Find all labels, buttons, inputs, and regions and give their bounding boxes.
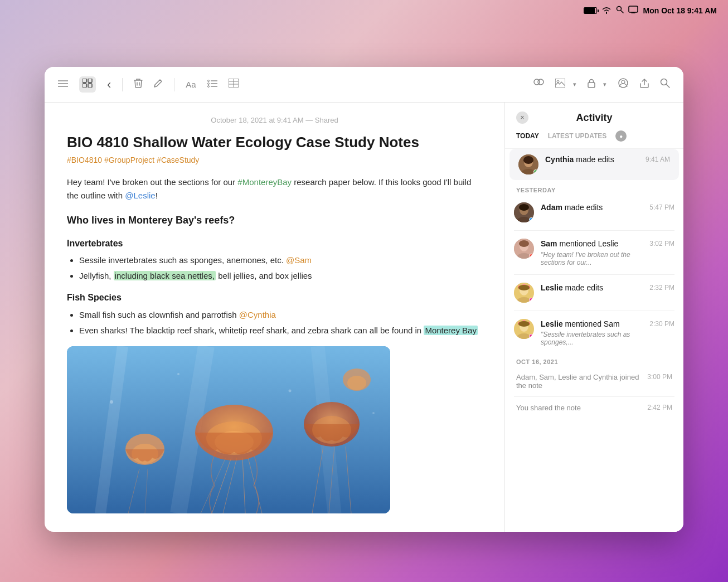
svg-line-1 — [621, 11, 623, 13]
jellyfish-image — [67, 346, 390, 513]
content-area: October 18, 2021 at 9:41 AM — Shared BIO… — [45, 103, 683, 532]
activity-panel: × Activity TODAY LATEST UPDATES ● — [505, 103, 683, 532]
status-dot-adam — [529, 217, 533, 222]
toolbar: ‹ Aa — [45, 67, 683, 103]
edit-button[interactable] — [154, 79, 163, 90]
oct16-time-2: 2:42 PM — [647, 404, 672, 411]
activity-content-leslie1: Leslie made edits — [541, 283, 643, 294]
activity-preview-sam: "Hey team! I've broken out the sections … — [541, 251, 643, 266]
avatar-leslie2 — [514, 319, 534, 339]
separator-3 — [514, 311, 674, 311]
status-dot-leslie2 — [529, 334, 533, 338]
avatar-adam — [514, 202, 534, 222]
app-window: ‹ Aa — [45, 67, 683, 532]
separator-4 — [514, 396, 674, 397]
svg-point-60 — [372, 412, 375, 414]
bullet-item-2: Jellyfish, including black sea nettles, … — [79, 269, 482, 283]
svg-rect-28 — [588, 83, 595, 88]
share-icon[interactable] — [640, 78, 649, 91]
activity-time-leslie2: 2:30 PM — [649, 320, 674, 328]
note-body[interactable]: Hey team! I've broken out the sections f… — [67, 176, 482, 513]
status-dot-cynthia — [533, 169, 538, 174]
list-view-icon[interactable] — [58, 79, 68, 90]
font-button[interactable]: Aa — [186, 80, 196, 89]
lock-icon[interactable] — [588, 78, 595, 91]
mention-monterey: #MontereyBay — [237, 177, 292, 187]
highlight-monterey-bay: Monterey Bay — [424, 326, 478, 335]
svg-point-68 — [519, 204, 529, 211]
section-heading-1: Who lives in Monterey Bay's reefs? — [67, 212, 482, 229]
delete-button[interactable] — [134, 78, 143, 91]
battery-icon — [584, 7, 597, 14]
activity-time-leslie1: 2:32 PM — [649, 284, 674, 292]
avatar-cynthia — [518, 154, 538, 174]
note-title: BIO 4810 Shallow Water Ecology Case Stud… — [67, 133, 482, 152]
mention-cynthia: @Cynthia — [239, 310, 276, 319]
activity-list: Cynthia made edits 9:41 AM YESTERDAY — [505, 149, 683, 532]
note-meta: October 18, 2021 at 9:41 AM — Shared — [67, 116, 482, 124]
oct16-item-1: 3:00 PM Adam, Sam, Leslie and Cynthia jo… — [505, 368, 683, 394]
avatar-sam — [514, 239, 534, 259]
back-button[interactable]: ‹ — [107, 77, 111, 92]
grid-view-icon[interactable] — [79, 76, 96, 93]
section-label-oct16: OCT 16, 2021 — [505, 352, 683, 368]
status-bar: Mon Oct 18 9:41 AM — [0, 0, 728, 21]
svg-rect-10 — [82, 84, 86, 88]
activity-close-button[interactable]: × — [516, 111, 528, 124]
activity-time-cynthia: 9:41 AM — [646, 156, 670, 163]
activity-title: Activity — [528, 112, 660, 124]
activity-item-sam[interactable]: Sam mentioned Leslie "Hey team! I've bro… — [505, 233, 683, 272]
svg-rect-11 — [88, 84, 92, 88]
svg-point-72 — [519, 240, 529, 247]
filter-latest[interactable]: LATEST UPDATES — [548, 132, 607, 140]
subsection-heading-2: Fish Species — [67, 290, 482, 305]
svg-line-32 — [667, 85, 670, 88]
checklist-button[interactable] — [207, 79, 217, 90]
svg-rect-8 — [82, 79, 86, 83]
oct16-item-2: 2:42 PM You shared the note — [505, 399, 683, 416]
svg-point-59 — [289, 389, 292, 392]
bullet-item-3: Small fish such as clownfish and parrotf… — [79, 308, 482, 322]
status-dot-sam — [529, 254, 533, 258]
highlight-black-sea-nettles: including black sea nettles, — [114, 271, 216, 280]
search-button[interactable] — [660, 78, 670, 91]
svg-rect-2 — [629, 6, 638, 12]
note-editor[interactable]: October 18, 2021 at 9:41 AM — Shared BIO… — [45, 103, 505, 532]
screen-icon — [628, 6, 638, 16]
svg-point-57 — [110, 400, 113, 404]
svg-point-29 — [619, 79, 628, 88]
activity-content-leslie2: Leslie mentioned Sam "Sessile invertebra… — [541, 319, 643, 347]
activity-filters: TODAY LATEST UPDATES ● — [505, 124, 683, 149]
activity-preview-leslie2: "Sessile invertebrates such as sponges,.… — [541, 331, 643, 346]
svg-point-16 — [207, 83, 209, 85]
collaborate-icon[interactable] — [533, 78, 544, 91]
oct16-time-1: 3:00 PM — [647, 373, 672, 381]
activity-item-leslie1[interactable]: Leslie made edits 2:32 PM — [505, 277, 683, 308]
svg-point-14 — [207, 80, 209, 82]
activity-text-adam: Adam made edits — [541, 202, 643, 214]
activity-content-cynthia: Cynthia made edits — [545, 154, 639, 166]
activity-item-adam[interactable]: Adam made edits 5:47 PM — [505, 197, 683, 228]
table-button[interactable] — [229, 79, 239, 90]
activity-time-sam: 3:02 PM — [649, 240, 674, 248]
image-icon[interactable] — [555, 79, 565, 90]
bullet-item-4: Even sharks! The blacktip reef shark, wh… — [79, 324, 482, 337]
svg-point-31 — [661, 79, 667, 85]
svg-point-79 — [518, 285, 530, 290]
note-intro: Hey team! I've broken out the sections f… — [67, 176, 482, 202]
activity-item-cynthia[interactable]: Cynthia made edits 9:41 AM — [509, 149, 679, 180]
activity-header: × Activity — [505, 103, 683, 124]
wifi-icon — [601, 6, 611, 16]
toolbar-divider-1 — [122, 78, 123, 91]
filter-today[interactable]: TODAY — [516, 132, 539, 140]
search-icon-status[interactable] — [616, 6, 624, 16]
svg-point-58 — [177, 373, 179, 375]
filter-dot[interactable]: ● — [615, 130, 627, 142]
share-collab-icon[interactable] — [618, 77, 629, 91]
separator-1 — [514, 230, 674, 231]
oct16-text-1: Adam, Sam, Leslie and Cynthia joined the… — [516, 373, 639, 390]
toolbar-divider-2 — [174, 78, 174, 91]
mention-sam: @Sam — [286, 255, 312, 265]
activity-item-leslie2[interactable]: Leslie mentioned Sam "Sessile invertebra… — [505, 313, 683, 352]
activity-time-adam: 5:47 PM — [649, 203, 674, 211]
